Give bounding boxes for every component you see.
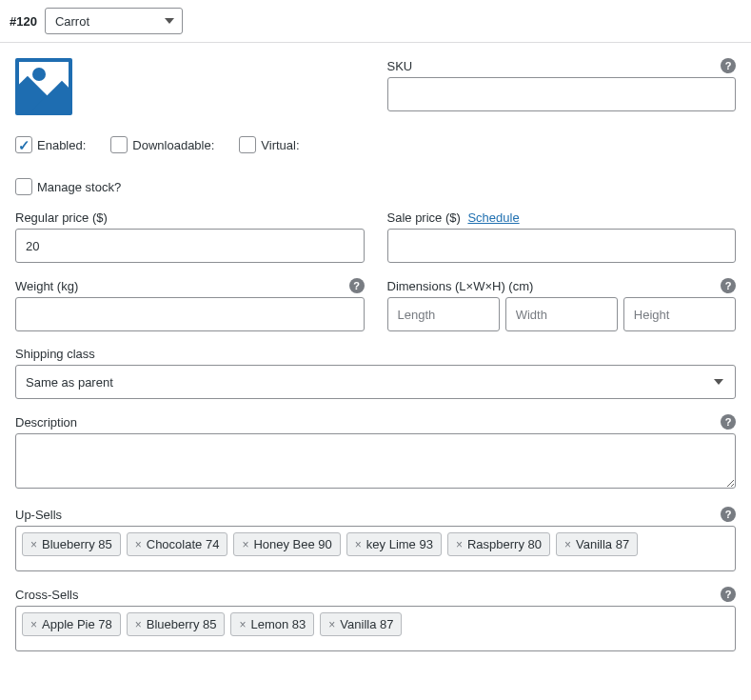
sku-label: SKU bbox=[387, 59, 413, 73]
downloadable-checkbox-wrap[interactable]: Downloadable: bbox=[110, 136, 214, 153]
tag-remove-icon[interactable]: × bbox=[328, 618, 335, 631]
virtual-checkbox[interactable] bbox=[239, 136, 256, 153]
variation-image-button[interactable] bbox=[15, 58, 72, 115]
manage-stock-checkbox[interactable] bbox=[15, 178, 32, 195]
tag-label: Chocolate 74 bbox=[147, 537, 220, 551]
upsells-label: Up-Sells bbox=[15, 508, 62, 522]
width-input[interactable] bbox=[505, 297, 618, 331]
tag-remove-icon[interactable]: × bbox=[30, 538, 37, 551]
regular-price-input[interactable] bbox=[15, 229, 365, 263]
help-icon[interactable]: ? bbox=[721, 278, 736, 293]
manage-stock-checkbox-wrap[interactable]: Manage stock? bbox=[15, 178, 121, 195]
sku-input[interactable] bbox=[387, 77, 737, 111]
tag-remove-icon[interactable]: × bbox=[456, 538, 463, 551]
virtual-label: Virtual: bbox=[261, 138, 299, 152]
image-placeholder-icon bbox=[19, 62, 69, 111]
tag-item: ×Raspberry 80 bbox=[447, 532, 550, 556]
tag-item: ×Honey Bee 90 bbox=[233, 532, 340, 556]
tag-item: ×Lemon 83 bbox=[230, 612, 314, 636]
tag-label: Apple Pie 78 bbox=[42, 617, 112, 631]
enabled-label: Enabled: bbox=[37, 138, 86, 152]
crosssells-tag-input[interactable]: ×Apple Pie 78×Blueberry 85×Lemon 83×Vani… bbox=[15, 606, 736, 651]
tag-item: ×Vanilla 87 bbox=[556, 532, 638, 556]
tag-remove-icon[interactable]: × bbox=[135, 538, 142, 551]
tag-remove-icon[interactable]: × bbox=[30, 618, 37, 631]
tag-label: Vanilla 87 bbox=[576, 537, 629, 551]
tag-item: ×Apple Pie 78 bbox=[22, 612, 121, 636]
dimensions-label: Dimensions (L×W×H) (cm) bbox=[387, 279, 534, 293]
sale-price-label: Sale price ($) bbox=[387, 210, 461, 225]
tag-label: Vanilla 87 bbox=[340, 617, 393, 631]
crosssells-label: Cross-Sells bbox=[15, 588, 78, 602]
help-icon[interactable]: ? bbox=[721, 587, 736, 602]
variation-header: #120 Carrot bbox=[0, 0, 751, 43]
variation-attribute-select[interactable]: Carrot bbox=[45, 8, 183, 34]
tag-item: ×Chocolate 74 bbox=[127, 532, 228, 556]
tag-item: ×Vanilla 87 bbox=[320, 612, 402, 636]
tag-label: Blueberry 85 bbox=[147, 617, 217, 631]
upsells-tag-input[interactable]: ×Blueberry 85×Chocolate 74×Honey Bee 90×… bbox=[15, 526, 736, 571]
tag-label: key Lime 93 bbox=[366, 537, 433, 551]
regular-price-label: Regular price ($) bbox=[15, 210, 108, 225]
variation-id: #120 bbox=[10, 14, 37, 29]
tag-label: Raspberry 80 bbox=[467, 537, 542, 551]
manage-stock-label: Manage stock? bbox=[37, 180, 121, 194]
tag-remove-icon[interactable]: × bbox=[564, 538, 571, 551]
downloadable-label: Downloadable: bbox=[132, 138, 214, 152]
virtual-checkbox-wrap[interactable]: Virtual: bbox=[239, 136, 299, 153]
tag-label: Lemon 83 bbox=[251, 617, 306, 631]
tag-remove-icon[interactable]: × bbox=[242, 538, 248, 551]
tag-item: ×Blueberry 85 bbox=[127, 612, 226, 636]
tag-remove-icon[interactable]: × bbox=[135, 618, 142, 631]
shipping-class-select[interactable]: Same as parent bbox=[15, 365, 736, 399]
tag-remove-icon[interactable]: × bbox=[239, 618, 246, 631]
description-textarea[interactable] bbox=[15, 433, 736, 489]
weight-input[interactable] bbox=[15, 297, 365, 331]
downloadable-checkbox[interactable] bbox=[110, 136, 128, 153]
height-input[interactable] bbox=[623, 297, 736, 331]
enabled-checkbox[interactable] bbox=[15, 136, 32, 153]
help-icon[interactable]: ? bbox=[721, 414, 736, 430]
tag-remove-icon[interactable]: × bbox=[355, 538, 362, 551]
weight-label: Weight (kg) bbox=[15, 279, 78, 293]
tag-label: Blueberry 85 bbox=[42, 537, 112, 551]
schedule-link[interactable]: Schedule bbox=[467, 210, 519, 225]
sale-price-input[interactable] bbox=[387, 229, 737, 263]
help-icon[interactable]: ? bbox=[349, 278, 365, 293]
shipping-class-label: Shipping class bbox=[15, 347, 95, 361]
description-label: Description bbox=[15, 415, 77, 430]
enabled-checkbox-wrap[interactable]: Enabled: bbox=[15, 136, 86, 153]
tag-item: ×Blueberry 85 bbox=[22, 532, 121, 556]
help-icon[interactable]: ? bbox=[721, 58, 736, 73]
tag-label: Honey Bee 90 bbox=[253, 537, 331, 551]
tag-item: ×key Lime 93 bbox=[346, 532, 442, 556]
help-icon[interactable]: ? bbox=[721, 507, 736, 522]
length-input[interactable] bbox=[387, 297, 500, 331]
